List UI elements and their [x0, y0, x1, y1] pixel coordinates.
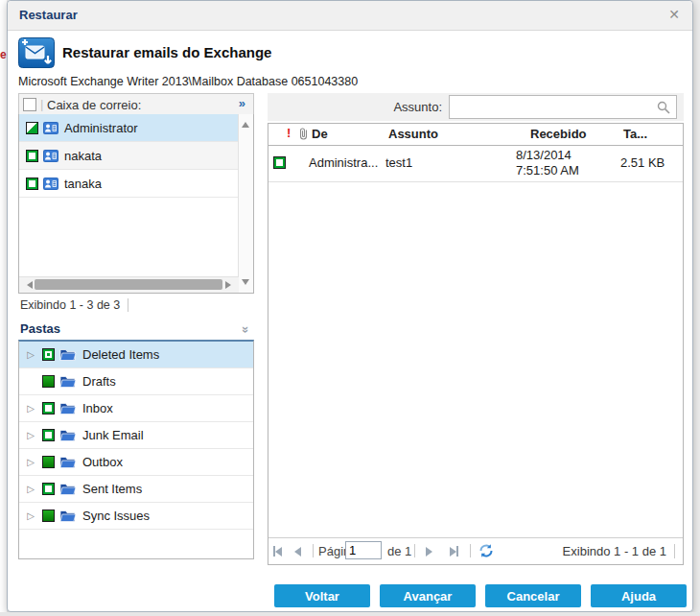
- mailbox-panel-label: Caixa de correio:: [47, 98, 141, 112]
- expand-arrow-icon[interactable]: ▷: [25, 430, 36, 440]
- folder-row[interactable]: ▷Junk Email: [19, 422, 253, 449]
- background-page-strip: e: [0, 0, 7, 616]
- folder-check-icon[interactable]: [42, 375, 55, 388]
- mailbox-check-icon[interactable]: [26, 150, 38, 162]
- subject-search-input[interactable]: [449, 95, 677, 119]
- attachment-column-icon[interactable]: [298, 127, 309, 144]
- column-received[interactable]: Recebido: [530, 127, 587, 141]
- exchange-restore-icon: [18, 37, 55, 72]
- folder-row[interactable]: ▷Sent Items: [19, 476, 253, 503]
- mailbox-icon: [43, 122, 58, 134]
- folder-check-icon[interactable]: [42, 483, 55, 495]
- folder-icon: [59, 429, 77, 441]
- search-icon[interactable]: [657, 101, 670, 118]
- email-from: Administra...: [309, 155, 378, 170]
- restore-dialog: Restaurar ✕ Restaurar emails do Exchange…: [7, 0, 693, 612]
- background-text-fragment: e: [0, 48, 7, 61]
- horizontal-scrollbar[interactable]: [19, 276, 239, 293]
- header-divider: |: [40, 97, 43, 111]
- expand-arrow-icon[interactable]: ▷: [25, 349, 36, 360]
- expand-panel-icon[interactable]: »: [239, 96, 245, 110]
- folder-check-icon[interactable]: [42, 429, 55, 441]
- close-icon[interactable]: ✕: [668, 7, 680, 22]
- email-row[interactable]: Administra...test18/13/20147:51:50 AM2.5…: [268, 145, 683, 182]
- divider: [470, 544, 471, 557]
- importance-column-icon[interactable]: !: [287, 126, 291, 140]
- email-received: 8/13/20147:51:50 AM: [516, 148, 579, 178]
- folder-name: Inbox: [82, 401, 113, 415]
- page-subtitle: Microsoft Exchange Writer 2013\Mailbox D…: [18, 75, 358, 88]
- mailbox-name: tanaka: [64, 177, 102, 191]
- column-from[interactable]: De: [312, 127, 328, 141]
- folder-icon: [59, 402, 77, 415]
- vertical-scrollbar[interactable]: [238, 114, 253, 293]
- next-button[interactable]: Avançar: [380, 584, 476, 607]
- select-all-mailboxes-checkbox[interactable]: [23, 98, 36, 111]
- expand-arrow-icon[interactable]: ▷: [25, 484, 36, 494]
- folder-row[interactable]: ▷Inbox: [19, 395, 253, 422]
- mailbox-panel-header: | Caixa de correio: »: [18, 93, 254, 115]
- folder-name: Sync Issues: [82, 509, 150, 523]
- scroll-right-icon[interactable]: [225, 281, 235, 289]
- column-size[interactable]: Ta...: [623, 127, 647, 141]
- prev-page-button[interactable]: [294, 538, 301, 564]
- email-check-icon[interactable]: [273, 156, 286, 169]
- scroll-down-icon[interactable]: [242, 279, 249, 289]
- email-subject: test1: [385, 155, 412, 170]
- mailbox-list: Administratornakatatanaka: [19, 114, 239, 277]
- mailbox-check-icon[interactable]: [26, 122, 38, 134]
- folder-icon: [59, 509, 77, 522]
- subject-search-bar: Assunto:: [268, 93, 684, 121]
- expand-arrow-icon[interactable]: ▷: [25, 403, 36, 414]
- cancel-button[interactable]: Cancelar: [485, 584, 581, 607]
- folder-list: ▷Deleted Items▷Drafts▷Inbox▷Junk Email▷O…: [18, 340, 254, 559]
- divider: [414, 544, 415, 557]
- folder-check-icon[interactable]: [42, 509, 55, 522]
- last-page-button[interactable]: [450, 538, 458, 564]
- folder-icon: [59, 348, 77, 361]
- folder-icon: [59, 375, 77, 388]
- folders-panel-header: Pastas »: [18, 319, 254, 340]
- dialog-title: Restaurar: [19, 8, 78, 22]
- folder-row[interactable]: ▷Sync Issues: [19, 503, 253, 530]
- mailbox-row[interactable]: nakata: [19, 142, 239, 170]
- folder-name: Sent Items: [82, 482, 142, 496]
- refresh-icon[interactable]: [478, 543, 494, 561]
- folder-check-icon[interactable]: [42, 456, 55, 468]
- mailbox-name: nakata: [64, 149, 102, 163]
- folder-check-icon[interactable]: [42, 348, 55, 361]
- email-size: 2.51 KB: [620, 155, 665, 170]
- page-below-strip: [0, 612, 700, 616]
- page-title: Restaurar emails do Exchange: [62, 44, 271, 60]
- collapse-panel-icon[interactable]: »: [239, 326, 253, 331]
- back-button[interactable]: Voltar: [274, 584, 370, 607]
- folder-row[interactable]: ▷Drafts: [19, 368, 253, 395]
- mailbox-icon: [43, 178, 58, 190]
- help-button[interactable]: Ajuda: [591, 584, 687, 607]
- folder-icon: [59, 483, 77, 495]
- folder-name: Outbox: [82, 455, 123, 469]
- mailbox-row[interactable]: tanaka: [19, 170, 239, 198]
- next-page-button[interactable]: [426, 538, 432, 564]
- mailbox-check-icon[interactable]: [26, 178, 38, 190]
- email-table: ! De Assunto Recebido Ta... Administra..…: [268, 123, 684, 565]
- expand-arrow-icon[interactable]: ▷: [25, 457, 36, 467]
- email-table-header: ! De Assunto Recebido Ta...: [268, 124, 683, 146]
- scroll-up-icon[interactable]: [242, 118, 249, 128]
- mailbox-icon: [43, 150, 58, 162]
- folders-panel-label: Pastas: [20, 321, 60, 336]
- folder-name: Deleted Items: [82, 347, 159, 362]
- scroll-left-icon[interactable]: [23, 281, 33, 289]
- folder-row[interactable]: ▷Deleted Items: [19, 342, 253, 368]
- dialog-titlebar: Restaurar ✕: [8, 1, 692, 31]
- folder-check-icon[interactable]: [42, 402, 55, 415]
- page-input[interactable]: [345, 541, 382, 559]
- scrollbar-thumb[interactable]: [35, 279, 222, 290]
- divider: [313, 544, 314, 557]
- page-count: de 1: [387, 544, 411, 558]
- folder-row[interactable]: ▷Outbox: [19, 449, 253, 476]
- first-page-button[interactable]: [273, 538, 282, 564]
- expand-arrow-icon[interactable]: ▷: [25, 510, 36, 521]
- mailbox-row[interactable]: Administrator: [19, 114, 239, 142]
- column-subject[interactable]: Assunto: [388, 127, 438, 141]
